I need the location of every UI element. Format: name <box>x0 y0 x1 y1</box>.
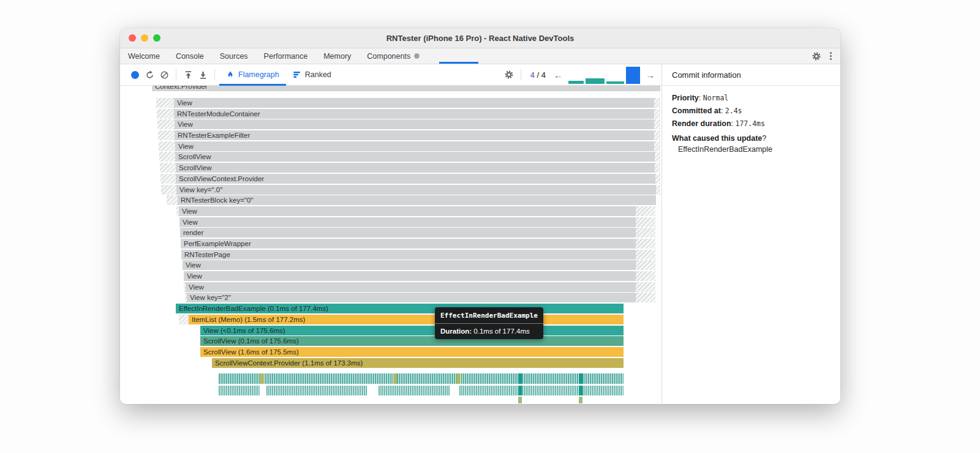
flame-row: RNTesterPage <box>120 250 662 260</box>
flame-row: ScrollView (1.6ms of 175.5ms) <box>120 347 662 357</box>
record-dot-icon <box>131 71 139 79</box>
hatch-region <box>156 98 174 108</box>
flame-row: RNTesterBlock key="0" <box>120 195 662 205</box>
flame-bar[interactable]: render <box>180 228 636 238</box>
profiler-toolbar-strip: Flamegraph Ranked <box>120 64 840 86</box>
clear-profiling-button[interactable] <box>157 67 172 82</box>
flame-bar[interactable]: ScrollView (1.6ms of 175.5ms) <box>200 347 624 357</box>
dense-flame-strip[interactable] <box>219 386 624 395</box>
flame-tooltip: EffectInRenderBadExample Duration: 0.1ms… <box>435 307 543 339</box>
tooltip-title: EffectInRenderBadExample <box>440 312 538 320</box>
tab-profiler-selected[interactable] <box>439 48 478 64</box>
flame-bar[interactable]: EffectInRenderBadExample (0.1ms of 177.4… <box>176 304 624 313</box>
flame-bar[interactable]: RNTesterPage <box>181 250 636 260</box>
hatch-region <box>636 217 655 227</box>
flame-bar[interactable]: View <box>186 282 636 292</box>
more-options-icon[interactable] <box>830 51 832 61</box>
flame-bar[interactable]: ScrollViewContext.Provider (1.1ms of 173… <box>212 358 624 368</box>
dense-highlight-bar[interactable] <box>518 373 522 384</box>
dense-highlight-bar[interactable] <box>579 373 582 384</box>
flame-bar[interactable]: ScrollViewContext.Provider <box>176 174 655 184</box>
flame-row: render <box>120 228 662 238</box>
dense-flame-strip[interactable] <box>219 373 624 384</box>
previous-commit-button[interactable]: ← <box>551 70 566 80</box>
commit-bar[interactable] <box>606 81 624 84</box>
flame-bar[interactable]: RNTesterModuleContainer <box>174 109 654 119</box>
flame-bar[interactable]: View <box>179 217 636 227</box>
hatch-region <box>636 260 655 270</box>
settings-gear-icon[interactable] <box>812 51 821 61</box>
flamegraph-view-tab[interactable]: Flamegraph <box>219 64 286 86</box>
profiler-toolbar: Flamegraph Ranked <box>120 64 662 85</box>
flame-bar[interactable]: View <box>175 119 654 129</box>
desktop: RNTester (iPhone 16 Pro) - React Native … <box>0 0 980 453</box>
tab-performance[interactable]: Performance <box>256 48 316 64</box>
flame-bar[interactable]: RNTesterBlock key="0" <box>178 195 656 205</box>
flame-bar[interactable]: View <box>183 260 636 270</box>
hatch-region <box>636 239 655 249</box>
flame-bar[interactable]: View <box>184 271 636 281</box>
tab-memory[interactable]: Memory <box>315 48 359 64</box>
next-commit-button[interactable]: → <box>643 70 658 80</box>
profiler-settings-button[interactable] <box>502 67 516 82</box>
flame-bar[interactable]: View <box>175 141 654 151</box>
dense-highlight-bar[interactable] <box>518 386 522 395</box>
flame-row: ScrollView <box>120 163 662 173</box>
leaf-flame-bar[interactable] <box>579 397 582 403</box>
hatch-region <box>655 152 660 162</box>
commit-bar[interactable] <box>568 81 584 84</box>
hatch-region <box>167 195 178 205</box>
flame-row: ItemList (Memo) (1.5ms of 177.2ms) <box>120 315 662 324</box>
ranked-view-tab[interactable]: Ranked <box>286 64 338 86</box>
flame-bar[interactable]: View <box>174 98 654 108</box>
commit-bar[interactable] <box>586 78 605 84</box>
flame-row: View <box>120 206 662 216</box>
commit-navigator: 4 / 4 ← → <box>502 66 662 84</box>
update-cause-component[interactable]: EffectInRenderBadExample <box>678 145 831 154</box>
hatch-region <box>158 130 175 140</box>
tab-welcome[interactable]: Welcome <box>120 48 168 64</box>
flame-bar[interactable]: View key=".0" <box>176 185 656 195</box>
dense-gap <box>260 386 266 395</box>
flame-bar[interactable]: View <box>179 206 636 216</box>
flame-row: View <box>120 282 662 292</box>
flame-bar[interactable]: ItemList (Memo) (1.5ms of 177.2ms) <box>189 315 624 324</box>
dense-gap <box>393 373 397 384</box>
commit-bar[interactable] <box>626 67 640 84</box>
divider <box>521 69 521 80</box>
flame-row: EffectInRenderBadExample (0.1ms of 177.4… <box>120 304 662 313</box>
hatch-region <box>654 119 660 129</box>
hatch-region <box>636 228 655 238</box>
reload-and-profile-button[interactable] <box>142 67 157 82</box>
commit-selector-chart <box>568 66 640 84</box>
leaf-flame-bar[interactable] <box>518 397 522 403</box>
flame-bar[interactable]: ScrollView <box>175 152 655 162</box>
flame-bar[interactable]: ScrollView (0.1ms of 175.6ms) <box>200 336 624 346</box>
tab-components[interactable]: Components <box>359 48 428 64</box>
flame-bar[interactable]: RNTesterExampleFilter <box>175 130 654 140</box>
flame-row: PerfExampleWrapper <box>120 239 662 249</box>
dense-highlight-bar[interactable] <box>579 386 582 395</box>
hatch-region <box>636 250 655 260</box>
flame-row: RNTesterExampleFilter <box>120 130 662 140</box>
hatch-region <box>157 109 174 119</box>
flame-bar[interactable]: View (<0.1ms of 175.6ms) <box>200 326 624 335</box>
flame-bar[interactable]: View key="2" <box>187 293 636 302</box>
tab-console[interactable]: Console <box>168 48 212 64</box>
download-icon <box>198 70 208 80</box>
hatch-region <box>654 98 660 108</box>
record-button[interactable] <box>127 67 142 82</box>
load-profile-button[interactable] <box>181 67 195 82</box>
flame-bar[interactable]: Context.Provider <box>152 86 660 91</box>
flame-bar[interactable]: PerfExampleWrapper <box>181 239 636 249</box>
flame-bar[interactable]: ScrollView <box>176 163 655 173</box>
flame-row: ScrollViewContext.Provider (1.1ms of 173… <box>120 358 662 368</box>
tab-sources[interactable]: Sources <box>212 48 256 64</box>
gear-icon <box>504 70 514 80</box>
commit-count: 4 / 4 <box>530 70 546 80</box>
hatch-region <box>636 206 655 216</box>
save-profile-button[interactable] <box>195 67 210 82</box>
tab-bar-actions <box>812 48 840 64</box>
tooltip-duration: Duration: 0.1ms of 177.4ms <box>440 328 538 335</box>
hatch-region <box>161 185 176 195</box>
